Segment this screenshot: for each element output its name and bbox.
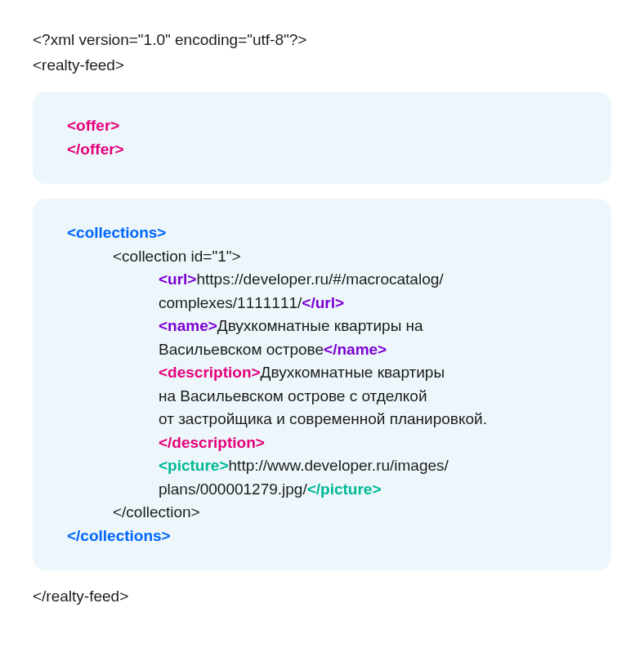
- xml-declaration: <?xml version="1.0" encoding="utf-8"?>: [33, 29, 611, 52]
- description-close-tag: </description>: [67, 431, 585, 455]
- offer-block: <offer> </offer>: [33, 92, 611, 184]
- url-value-1: https://developer.ru/#/macrocatalog/: [196, 270, 443, 288]
- picture-close-tag: </picture>: [307, 480, 382, 498]
- description-open-tag: <description>: [159, 364, 261, 381]
- picture-value-1: http://www.developer.ru/images/: [229, 457, 449, 474]
- picture-line-2: plans/000001279.jpg/</picture>: [67, 478, 585, 502]
- url-value-2: complexes/1111111/: [159, 294, 302, 311]
- collections-block: <collections> <collection id="1"> <url>h…: [33, 199, 611, 570]
- picture-open-tag: <picture>: [159, 457, 229, 474]
- description-value-1: Двухкомнатные квартиры: [261, 364, 445, 381]
- name-line-2: Васильевском острове</name>: [67, 338, 585, 362]
- collection-open-tag: <collection id="1">: [67, 245, 585, 269]
- offer-close-tag: </offer>: [67, 138, 577, 162]
- realty-feed-close: </realty-feed>: [33, 585, 611, 609]
- url-line-1: <url>https://developer.ru/#/macrocatalog…: [67, 268, 585, 292]
- picture-line-1: <picture>http://www.developer.ru/images/: [67, 454, 585, 478]
- picture-value-2: plans/000001279.jpg/: [159, 480, 307, 498]
- name-value-1: Двухкомнатные квартиры на: [217, 317, 423, 334]
- url-close-tag: </url>: [302, 294, 344, 311]
- name-line-1: <name>Двухкомнатные квартиры на: [67, 315, 585, 338]
- name-value-2: Васильевском острове: [159, 341, 324, 358]
- collections-open-tag: <collections>: [67, 221, 585, 245]
- offer-open-tag: <offer>: [67, 114, 577, 138]
- name-close-tag: </name>: [324, 341, 387, 358]
- description-line-1: <description>Двухкомнатные квартиры: [67, 361, 585, 385]
- url-open-tag: <url>: [159, 270, 196, 288]
- collection-close-tag: </collection>: [67, 501, 585, 525]
- url-line-2: complexes/1111111/</url>: [67, 292, 585, 315]
- collections-close-tag: </collections>: [67, 525, 585, 548]
- description-line-3: от застройщика и современной планировкой…: [67, 408, 585, 431]
- description-line-2: на Васильевском острове с отделкой: [67, 385, 585, 409]
- realty-feed-open: <realty-feed>: [33, 54, 611, 78]
- name-open-tag: <name>: [159, 317, 217, 334]
